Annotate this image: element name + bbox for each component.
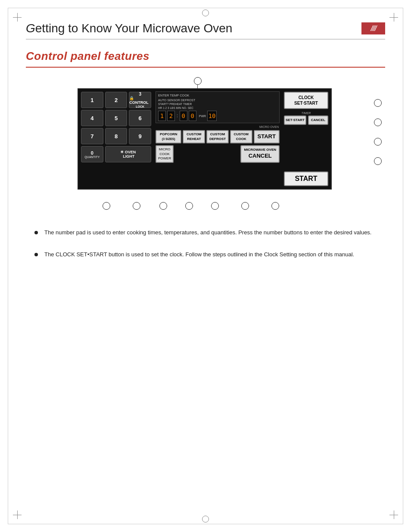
annotation-circle-top xyxy=(194,77,202,85)
annotation-circle-bottom6 xyxy=(241,202,249,210)
annotation-circle-bottom4 xyxy=(185,202,193,210)
numpad-4[interactable]: 4 xyxy=(81,110,103,126)
numpad-3-control-lock[interactable]: 3 🔒 CONTROL LOCK xyxy=(129,92,151,108)
annotation-circle-right3 xyxy=(374,138,382,146)
bullet-text-1: The number pad is used to enter cooking … xyxy=(44,228,371,237)
panel-right: CLOCKSET·START TIMER SET·START CANCEL ST… xyxy=(281,89,331,189)
bullet-item-1: The number pad is used to enter cooking … xyxy=(34,228,377,237)
section-title: Control panel features xyxy=(26,50,149,63)
bottom-func-row: MICROCOOKPOWER MICROWAVE OVENCANCEL xyxy=(156,145,280,163)
numpad-6[interactable]: 6 xyxy=(129,110,151,126)
page-title: Getting to Know Your Microwave Oven xyxy=(26,22,232,35)
numpad: 1 2 3 🔒 CONTROL LOCK 4 5 6 7 8 9 0 QUANT… xyxy=(78,89,154,189)
annotation-circle-right2 xyxy=(374,118,382,126)
header: Getting to Know Your Microwave Oven xyxy=(26,22,385,40)
numpad-0-quantity[interactable]: 0 QUANTITY xyxy=(81,146,103,162)
digit-2: 2 xyxy=(167,111,175,121)
timer-label: TIMER xyxy=(284,112,328,115)
micro-power-button[interactable]: MICROCOOKPOWER xyxy=(156,145,174,163)
center-crosshair-top xyxy=(202,9,209,16)
diagram-area: 1 2 3 🔒 CONTROL LOCK 4 5 6 7 8 9 0 QUANT… xyxy=(26,75,385,213)
oven-light-button[interactable]: ☀ OVEN LIGHT xyxy=(105,146,151,162)
annotation-circle-right4 xyxy=(374,157,382,165)
corner-crosshair-br xyxy=(389,510,398,519)
annotation-circle-right1 xyxy=(374,99,382,107)
display-row3: START? PREHEAT TIMER xyxy=(158,102,277,106)
panel-middle: ENTER TEMP COOK AUTO SENSOR DEFROST STAR… xyxy=(154,89,281,189)
annotation-circle-bottom2 xyxy=(133,202,140,210)
display: ENTER TEMP COOK AUTO SENSOR DEFROST STAR… xyxy=(156,91,280,123)
numpad-7[interactable]: 7 xyxy=(81,128,103,144)
start-button[interactable]: START xyxy=(254,130,280,143)
digit-4: 0 xyxy=(189,111,196,121)
micro-oven-buttons: POPCORN(3 SIZES) CUSTOMREHEAT CUSTOMDEFR… xyxy=(156,130,280,143)
corner-crosshair-tl xyxy=(13,13,22,22)
lock-icon: 🔒 CONTROL xyxy=(129,96,151,105)
custom-defrost-button[interactable]: CUSTOMDEFROST xyxy=(206,130,229,143)
body-text: The number pad is used to enter cooking … xyxy=(34,228,377,272)
annotation-circle-bottom7 xyxy=(271,202,279,210)
timer-row: SET·START CANCEL xyxy=(284,115,328,125)
timer-cancel-button[interactable]: CANCEL xyxy=(308,115,328,125)
bullet-dot-1 xyxy=(34,231,38,234)
numpad-1[interactable]: 1 xyxy=(81,92,103,108)
corner-crosshair-tr xyxy=(389,13,398,22)
popcorn-button[interactable]: POPCORN(3 SIZES) xyxy=(156,130,181,143)
bullet-item-2: The CLOCK SET•START button is used to se… xyxy=(34,250,377,259)
numpad-2[interactable]: 2 xyxy=(105,92,128,108)
corner-crosshair-bl xyxy=(13,510,22,519)
timer-set-start-button[interactable]: SET·START xyxy=(284,115,306,125)
display-row1: ENTER TEMP COOK xyxy=(158,93,277,98)
digit-pwr: 10 xyxy=(207,111,217,121)
control-panel: 1 2 3 🔒 CONTROL LOCK 4 5 6 7 8 9 0 QUANT… xyxy=(78,88,332,190)
numpad-8[interactable]: 8 xyxy=(105,128,128,144)
custom-cook-button[interactable]: CUSTOMCOOK xyxy=(230,130,252,143)
clock-set-start-button[interactable]: CLOCKSET·START xyxy=(284,92,328,109)
display-digits: 1 2 : 0 0 PWR 10 xyxy=(158,111,277,121)
digit-1: 1 xyxy=(158,111,166,121)
micro-oven-label: MICRO OVEN xyxy=(156,125,279,128)
pwr-label: PWR xyxy=(199,114,206,118)
big-start-button[interactable]: START xyxy=(284,171,328,186)
numpad-5[interactable]: 5 xyxy=(105,110,128,126)
display-row4: HR 1 2 3 LBS MIN NO. SEC xyxy=(158,106,277,110)
center-crosshair-bottom xyxy=(202,516,209,523)
display-row2: AUTO SENSOR DEFROST xyxy=(158,98,277,103)
brand-logo xyxy=(361,22,385,34)
annotation-circle-bottom3 xyxy=(159,202,167,210)
annotation-circle-bottom1 xyxy=(103,202,110,210)
numpad-9[interactable]: 9 xyxy=(129,128,151,144)
section-rule xyxy=(26,67,385,68)
bullet-dot-2 xyxy=(34,253,38,256)
custom-reheat-button[interactable]: CUSTOMREHEAT xyxy=(183,130,205,143)
annotation-circle-bottom5 xyxy=(211,202,219,210)
microwave-oven-cancel[interactable]: MICROWAVE OVENCANCEL xyxy=(240,145,280,163)
digit-3: 0 xyxy=(180,111,187,121)
bullet-text-2: The CLOCK SET•START button is used to se… xyxy=(44,250,354,259)
